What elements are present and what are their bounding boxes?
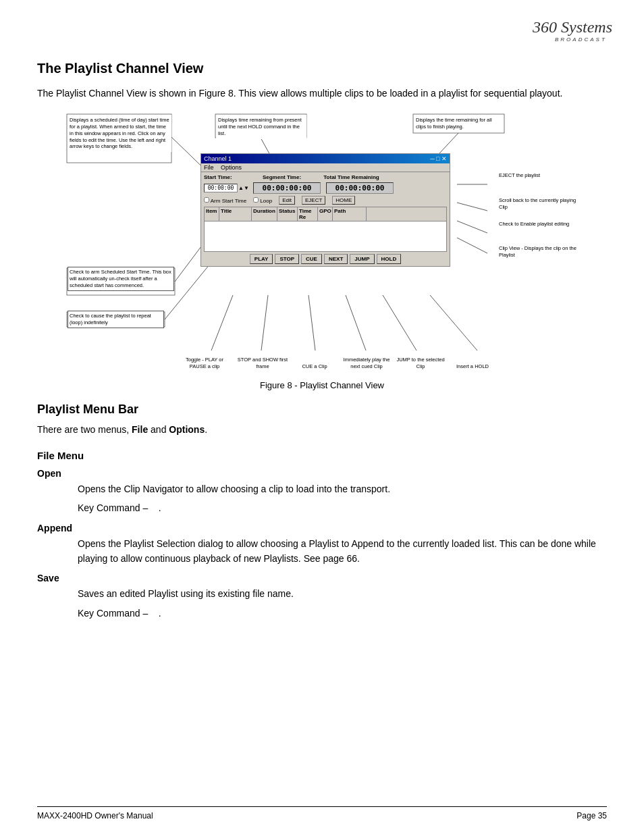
page-footer: MAXX-2400HD Owner's Manual Page 35: [37, 806, 607, 820]
logo-area: 360 Systems BROADCAST: [529, 12, 624, 46]
figure-caption: Figure 8 - Playlist Channel View: [65, 380, 579, 390]
table-header: Item Title Duration Status Time Re GPO P…: [204, 207, 447, 221]
menu-bar-intro: There are two menus, File and Options.: [37, 422, 607, 437]
callout-right-scroll: Scroll back to the currently playing Cli…: [499, 197, 579, 211]
channel-body: Start Time: Segment Time: Total Time Rem…: [201, 172, 450, 266]
eject-button[interactable]: EJECT: [302, 196, 325, 205]
start-time-label: Start Time:: [204, 174, 244, 180]
callout-arm-start: Check to arm Scheduled Start Time. This …: [68, 267, 174, 290]
open-key-command: Key Command – .: [78, 500, 607, 515]
stop-button[interactable]: STOP: [275, 254, 299, 264]
append-desc: Opens the Playlist Selection dialog to a…: [78, 536, 607, 567]
window-controls: ─ □ ✕: [430, 155, 447, 162]
callout-hold: Insert a HOLD: [448, 363, 497, 370]
callout-right-check: Check to Enable playlist editing: [499, 221, 579, 228]
diagram-area: Displays a scheduled (time of day) start…: [65, 113, 579, 376]
section-title-menu-bar: Playlist Menu Bar: [37, 402, 607, 417]
callout-top-right: Displays the time remaining for all clip…: [414, 115, 504, 132]
channel-menu: File Options: [201, 163, 450, 172]
svg-text:360 Systems: 360 Systems: [532, 18, 612, 36]
play-button[interactable]: PLAY: [250, 254, 273, 264]
callout-top-left: Displays a scheduled (time of day) start…: [68, 115, 171, 152]
save-heading: Save: [37, 573, 607, 583]
footer-right: Page 35: [576, 811, 607, 820]
table-body: [204, 221, 447, 252]
next-button[interactable]: NEXT: [324, 254, 348, 264]
menu-options[interactable]: Options: [221, 164, 242, 171]
total-time-label: Total Time Remaining: [319, 174, 383, 180]
file-menu-title: File Menu: [37, 450, 607, 461]
menu-file[interactable]: File: [204, 164, 214, 171]
section-title-playlist-view: The Playlist Channel View: [37, 61, 607, 76]
arm-start-checkbox[interactable]: Arm Start Time: [204, 197, 246, 204]
save-key-command: Key Command – .: [78, 606, 607, 621]
main-content: The Playlist Channel View The Playlist C…: [37, 0, 607, 621]
transport-row: PLAY STOP CUE NEXT JUMP HOLD: [204, 254, 447, 264]
figure-8-container: Displays a scheduled (time of day) start…: [65, 113, 579, 390]
callout-loop: Check to cause the playlist to repeat (l…: [68, 311, 164, 328]
svg-line-20: [383, 295, 417, 350]
callout-cue: CUE a Clip: [292, 363, 338, 370]
callout-right-clip: Clip View - Displays the clip on the Pla…: [499, 245, 579, 259]
svg-line-16: [211, 295, 233, 350]
callout-right-eject: EJECT the playlist: [499, 172, 579, 179]
callout-jump: JUMP to the selected Clip: [396, 357, 445, 370]
svg-text:BROADCAST: BROADCAST: [555, 36, 607, 43]
svg-line-11: [457, 238, 487, 253]
svg-line-21: [430, 295, 477, 350]
edit-button[interactable]: Edit: [279, 196, 295, 205]
svg-line-17: [261, 295, 268, 350]
svg-line-10: [457, 221, 487, 233]
time-values-row: 00:00:00 ▲▼ 00:00:00:00 00:00:00:00: [204, 182, 447, 194]
checkbox-row: Arm Start Time Loop Edit EJECT HOME: [204, 196, 447, 205]
callout-next: Immediately play the next cued Clip: [339, 357, 394, 370]
append-heading: Append: [37, 523, 607, 533]
channel-title: Channel 1: [204, 155, 232, 162]
segment-time-label: Segment Time:: [250, 174, 314, 180]
time-labels-row: Start Time: Segment Time: Total Time Rem…: [204, 174, 447, 180]
svg-line-9: [457, 203, 487, 211]
svg-line-18: [308, 295, 315, 350]
callout-top-mid: Displays time remaining from present unt…: [216, 115, 306, 138]
logo-main: 360 Systems BROADCAST: [529, 12, 624, 46]
save-desc: Saves an edited Playlist using its exist…: [78, 586, 607, 601]
loop-checkbox[interactable]: Loop: [253, 197, 272, 204]
jump-button[interactable]: JUMP: [350, 254, 374, 264]
callout-play: Toggle - PLAY or PAUSE a clip: [177, 357, 232, 370]
start-time-value[interactable]: 00:00:00: [204, 184, 238, 192]
segment-time-value: 00:00:00:00: [253, 182, 321, 194]
footer-left: MAXX-2400HD Owner's Manual: [37, 811, 153, 820]
home-button[interactable]: HOME: [332, 196, 355, 205]
intro-paragraph: The Playlist Channel View is shown in Fi…: [37, 86, 607, 101]
open-desc: Opens the Clip Navigator to allow choosi…: [78, 481, 607, 496]
hold-button[interactable]: HOLD: [377, 254, 402, 264]
callout-stop: STOP and SHOW first frame: [236, 357, 289, 370]
total-time-value: 00:00:00:00: [326, 182, 394, 194]
channel-window: Channel 1 ─ □ ✕ File Options Start Time:…: [200, 153, 450, 267]
cue-button[interactable]: CUE: [301, 254, 322, 264]
channel-titlebar: Channel 1 ─ □ ✕: [201, 154, 450, 163]
open-heading: Open: [37, 468, 607, 479]
svg-line-19: [346, 295, 366, 350]
